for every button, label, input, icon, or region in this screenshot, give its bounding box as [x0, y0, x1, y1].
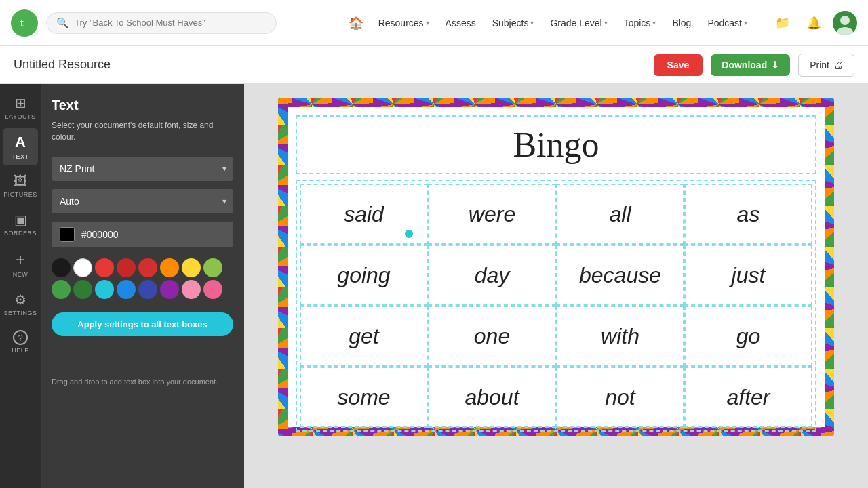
svg-point-3 [840, 16, 850, 25]
color-medium-red[interactable] [138, 258, 157, 277]
notifications-button[interactable]: 🔔 [802, 11, 826, 35]
chevron-down-icon: ▾ [604, 19, 608, 26]
nav-assess[interactable]: Assess [439, 14, 483, 33]
bingo-cell[interactable]: not [556, 367, 684, 428]
bingo-cell[interactable]: as [684, 184, 812, 245]
color-dark-red[interactable] [117, 258, 136, 277]
color-value: #000000 [81, 229, 119, 240]
panel-description: Select your document's default font, siz… [52, 120, 233, 143]
logo[interactable]: t [11, 9, 38, 37]
settings-icon: ⚙ [14, 291, 26, 308]
nav-subjects[interactable]: Subjects ▾ [486, 14, 541, 33]
save-button[interactable]: Save [654, 54, 703, 76]
color-black[interactable] [52, 258, 71, 277]
chevron-down-icon: ▾ [426, 19, 429, 26]
color-blue[interactable] [117, 280, 136, 299]
sidebar-item-settings[interactable]: ⚙ SETTINGS [3, 286, 38, 322]
bingo-cell[interactable]: go [684, 306, 812, 367]
bingo-cell[interactable]: day [428, 245, 556, 306]
color-green[interactable] [52, 280, 71, 299]
bingo-title: Bingo [513, 125, 599, 164]
chevron-down-icon: ▾ [530, 19, 534, 26]
bingo-word: with [601, 324, 639, 349]
sidebar-item-pictures[interactable]: 🖼 PICTURES [3, 168, 38, 203]
bingo-cell[interactable]: going [300, 245, 428, 306]
bingo-word: going [337, 263, 390, 288]
color-swatch [60, 227, 75, 242]
sidebar: ⊞ LAYOUTS A TEXT 🖼 PICTURES ▣ BORDERS + … [0, 84, 41, 488]
size-select[interactable]: Auto 81012 141618 243248 [52, 189, 233, 214]
bingo-word: go [736, 324, 761, 349]
bingo-cell[interactable]: get [300, 306, 428, 367]
bingo-word: just [732, 263, 766, 288]
bingo-cell[interactable]: all [556, 184, 684, 245]
bingo-word: one [474, 324, 510, 349]
download-button[interactable]: Download ⬇ [711, 54, 790, 76]
svg-point-0 [18, 16, 31, 30]
canvas-area[interactable]: Bingo saidwereallasgoingdaybecausejustge… [244, 84, 868, 488]
sidebar-item-borders[interactable]: ▣ BORDERS [3, 206, 38, 242]
layouts-icon: ⊞ [15, 95, 26, 111]
main-layout: ⊞ LAYOUTS A TEXT 🖼 PICTURES ▣ BORDERS + … [0, 84, 868, 488]
chevron-down-icon: ▾ [652, 19, 656, 26]
nav-topics[interactable]: Topics ▾ [617, 14, 663, 33]
borders-icon: ▣ [14, 211, 27, 228]
bingo-word: as [737, 202, 760, 227]
bingo-grid: saidwereallasgoingdaybecausejustgetonewi… [300, 184, 812, 428]
print-icon: 🖨 [833, 60, 843, 70]
color-light-green[interactable] [203, 258, 222, 277]
bingo-title-box[interactable]: Bingo [296, 115, 816, 174]
color-cyan[interactable] [95, 280, 114, 299]
sidebar-item-help[interactable]: ? HELP [3, 325, 38, 359]
color-light-pink[interactable] [182, 280, 201, 299]
folder-button[interactable]: 📁 [770, 11, 795, 35]
new-icon: + [16, 250, 25, 269]
cursor-indicator [405, 230, 413, 238]
search-input[interactable] [75, 18, 267, 28]
bingo-word: day [475, 263, 510, 288]
sidebar-item-text[interactable]: A TEXT [3, 128, 38, 165]
bingo-cell[interactable]: one [428, 306, 556, 367]
nav-right: 📁 🔔 [770, 11, 857, 35]
sidebar-item-layouts[interactable]: ⊞ LAYOUTS [3, 89, 38, 125]
bingo-word: said [344, 202, 384, 227]
top-nav: t 🔍 🏠 Resources ▾ Assess Subjects ▾ Grad… [0, 0, 868, 46]
font-select-wrap: NZ Print Arial Times New Roman Verdana ▾ [52, 157, 233, 181]
bingo-word: all [609, 202, 631, 227]
search-bar: 🔍 [46, 12, 277, 34]
nav-center: 🏠 Resources ▾ Assess Subjects ▾ Grade Le… [343, 12, 754, 35]
bingo-cell[interactable]: said [300, 184, 428, 245]
color-indigo[interactable] [138, 280, 157, 299]
bingo-cell[interactable]: some [300, 367, 428, 428]
bingo-cell[interactable]: because [556, 245, 684, 306]
color-red[interactable] [95, 258, 114, 277]
bingo-cell[interactable]: were [428, 184, 556, 245]
color-input-wrap[interactable]: #000000 [52, 222, 233, 247]
sidebar-item-new[interactable]: + NEW [3, 245, 38, 283]
nav-grade-level[interactable]: Grade Level ▾ [543, 14, 614, 33]
font-select[interactable]: NZ Print Arial Times New Roman Verdana [52, 157, 233, 181]
color-white[interactable] [73, 258, 92, 277]
apply-settings-button[interactable]: Apply settings to all text boxes [52, 312, 233, 336]
bingo-word: get [349, 324, 378, 349]
color-yellow[interactable] [182, 258, 201, 277]
text-icon: A [15, 134, 26, 151]
resource-title: Untitled Resource [14, 58, 646, 72]
color-purple[interactable] [160, 280, 179, 299]
color-dark-green[interactable] [73, 280, 92, 299]
pictures-icon: 🖼 [14, 174, 27, 189]
bingo-cell[interactable]: about [428, 367, 556, 428]
print-button[interactable]: Print 🖨 [798, 54, 854, 77]
bingo-cell[interactable]: with [556, 306, 684, 367]
nav-podcast[interactable]: Podcast ▾ [701, 14, 754, 33]
nav-blog[interactable]: Blog [665, 14, 698, 33]
chevron-down-icon: ▾ [744, 19, 747, 26]
nav-resources[interactable]: Resources ▾ [372, 14, 436, 33]
avatar[interactable] [833, 11, 857, 35]
bingo-cell[interactable]: after [684, 367, 812, 428]
home-button[interactable]: 🏠 [343, 12, 369, 35]
bingo-cell[interactable]: just [684, 245, 812, 306]
search-icon: 🔍 [56, 17, 69, 29]
color-orange[interactable] [160, 258, 179, 277]
color-pink[interactable] [203, 280, 222, 299]
